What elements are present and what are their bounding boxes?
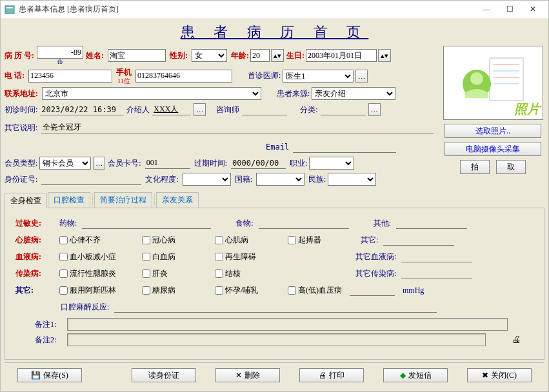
close-window-button[interactable]: ✕ — [521, 2, 544, 17]
id-no-input[interactable] — [41, 173, 141, 185]
label-allergy-food: 食物: — [235, 218, 253, 229]
label-blood: 血液病: — [15, 251, 54, 262]
print-button[interactable]: 🖨打印 — [299, 368, 364, 382]
source-select[interactable]: 亲友介绍 — [312, 87, 395, 100]
member-card-input[interactable] — [145, 157, 190, 169]
ck-other-0[interactable]: 服用阿斯匹林 — [59, 285, 137, 296]
phone-input[interactable] — [28, 70, 112, 83]
label-name: 姓名: — [86, 50, 104, 61]
birth-input[interactable] — [306, 49, 377, 62]
tb-hint: tb — [57, 59, 63, 65]
label-gender: 性别: — [170, 50, 188, 61]
ck-infect-2[interactable]: 结核 — [215, 268, 350, 279]
member-type-more-button[interactable]: … — [93, 157, 105, 170]
choose-photo-button[interactable]: 选取照片.. — [444, 124, 541, 138]
member-type-select[interactable]: 铜卡会员 — [39, 157, 91, 170]
minimize-button[interactable]: — — [475, 2, 498, 17]
save-icon: 💾 — [31, 371, 41, 380]
age-spinner[interactable]: ▴▾ — [271, 49, 284, 62]
tab-oral-exam[interactable]: 口腔检查 — [48, 192, 90, 208]
ck-heart-0[interactable]: 心律不齐 — [59, 235, 137, 246]
ethnic-select[interactable] — [328, 173, 376, 186]
edu-select[interactable] — [183, 173, 231, 186]
label-heart-other: 其它: — [361, 235, 378, 246]
close-icon: ✖ — [482, 371, 488, 380]
bp-input[interactable] — [350, 284, 395, 296]
other-desc-input[interactable] — [41, 122, 434, 133]
allergy-drug-input[interactable] — [82, 217, 211, 229]
ck-other-3[interactable]: 高(低)血压病 — [288, 285, 342, 296]
label-allergy-drug: 药物: — [59, 218, 77, 229]
nation-select[interactable] — [256, 173, 304, 186]
email-input[interactable] — [293, 141, 396, 153]
label-job: 职业: — [290, 158, 307, 169]
blood-other-input[interactable] — [401, 251, 472, 262]
referrer-more-button[interactable]: … — [194, 103, 206, 116]
save-button[interactable]: 💾保存(S) — [17, 368, 82, 382]
heart-other-input[interactable] — [383, 234, 454, 246]
birth-spinner[interactable]: ▴▾ — [378, 49, 391, 62]
category-more-button[interactable]: … — [368, 103, 381, 116]
addr-select[interactable]: 北京市 — [42, 87, 261, 100]
label-anesthesia: 口腔麻醉反应: — [61, 302, 109, 313]
label-consultant: 咨询师 — [216, 104, 239, 115]
allergy-other-input[interactable] — [396, 217, 467, 229]
label-birth: 生日: — [286, 50, 304, 61]
name-input[interactable] — [108, 49, 166, 62]
page-title: 患 者 病 历 首 页 — [5, 23, 544, 42]
ck-blood-0[interactable]: 血小板减小症 — [59, 251, 137, 262]
first-time-input[interactable] — [40, 104, 124, 115]
anesthesia-input[interactable] — [114, 301, 437, 313]
label-category: 分类: — [300, 104, 317, 115]
printer-icon[interactable]: 🖨 — [512, 335, 521, 345]
ck-infect-1[interactable]: 肝炎 — [142, 268, 210, 279]
photo-label: 照片 — [514, 101, 540, 118]
delete-button[interactable]: ✕删除 — [215, 368, 280, 382]
label-source: 患者来源: — [277, 88, 310, 99]
label-nation: 国籍: — [235, 174, 252, 185]
close-button[interactable]: ✖关闭(C) — [467, 368, 532, 382]
ck-heart-2[interactable]: 心肌病 — [215, 235, 283, 246]
label-first-time: 初诊时间: — [5, 104, 37, 115]
tab-relatives[interactable]: 亲友关系 — [156, 192, 199, 208]
category-input[interactable] — [321, 104, 366, 115]
expire-input[interactable] — [231, 157, 286, 169]
consultant-input[interactable] — [242, 104, 287, 115]
tab-treatment[interactable]: 简要治疗过程 — [94, 192, 152, 208]
read-id-button[interactable]: 读身份证 — [132, 368, 196, 382]
camera-capture-button[interactable]: 电脑摄像头采集 — [444, 142, 541, 156]
ck-infect-0[interactable]: 流行性腮腺炎 — [59, 268, 137, 279]
gender-select[interactable]: 女 — [192, 49, 227, 62]
remark1-input[interactable] — [67, 318, 508, 331]
referrer-input[interactable] — [152, 104, 191, 115]
pai-button[interactable]: 拍 — [460, 160, 490, 174]
allergy-food-input[interactable] — [259, 217, 349, 229]
maximize-button[interactable]: ☐ — [498, 2, 521, 17]
infect-other-input[interactable] — [401, 268, 472, 279]
ck-heart-3[interactable]: 起搏器 — [288, 235, 355, 246]
tab-full-exam[interactable]: 全身检查 — [5, 193, 47, 208]
record-no-input[interactable] — [37, 46, 83, 59]
ck-other-1[interactable]: 糖尿病 — [142, 285, 210, 296]
window-title: 患者基本信息 [患者病历首页] — [19, 4, 475, 15]
app-icon — [5, 5, 15, 15]
first-doctor-select[interactable]: 医生1 — [283, 70, 354, 83]
label-ethnic: 民族: — [308, 174, 326, 185]
titlebar: 患者基本信息 [患者病历首页] — ☐ ✕ — [1, 1, 548, 19]
label-email: Email — [266, 142, 289, 152]
job-select[interactable] — [309, 157, 354, 170]
ck-blood-1[interactable]: 白血病 — [142, 251, 210, 262]
ck-blood-2[interactable]: 再生障碍 — [215, 251, 350, 262]
remark2-input[interactable] — [67, 333, 486, 346]
ck-other-2[interactable]: 怀孕/哺乳 — [215, 285, 283, 296]
sms-button[interactable]: ◆发短信 — [383, 368, 448, 382]
label-mmhg: mmHg — [403, 286, 424, 295]
label-member-type: 会员类型: — [5, 158, 37, 169]
send-icon: ◆ — [400, 371, 406, 380]
doctor-more-button[interactable]: … — [355, 70, 368, 83]
qu-button[interactable]: 取 — [496, 160, 526, 174]
label-referrer: 介绍人 — [126, 104, 150, 115]
age-input[interactable] — [250, 49, 270, 62]
mobile-input[interactable] — [135, 70, 232, 83]
ck-heart-1[interactable]: 冠心病 — [142, 235, 210, 246]
